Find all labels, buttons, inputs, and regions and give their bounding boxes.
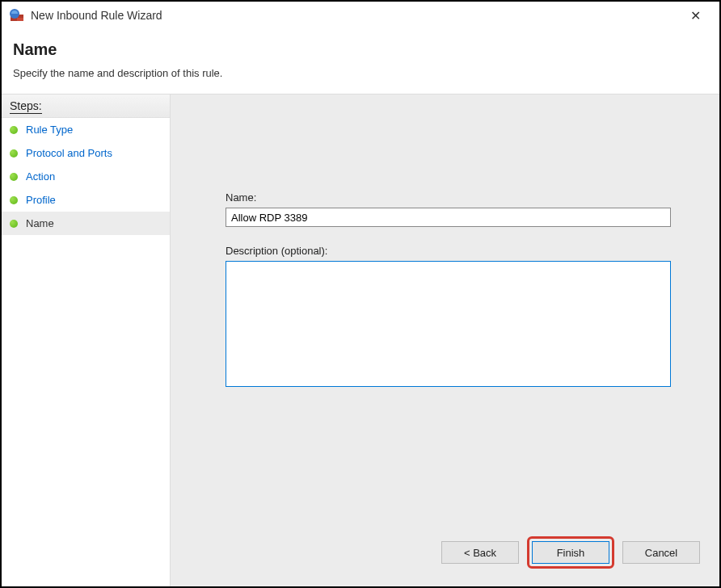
- window-title: New Inbound Rule Wizard: [31, 9, 679, 22]
- titlebar: New Inbound Rule Wizard ✕: [2, 2, 719, 29]
- cancel-button[interactable]: Cancel: [622, 541, 700, 564]
- page-title: Name: [13, 40, 708, 59]
- step-rule-type[interactable]: Rule Type: [2, 118, 170, 141]
- step-label: Name: [26, 217, 54, 229]
- name-input[interactable]: [226, 208, 671, 227]
- svg-rect-2: [17, 18, 23, 21]
- description-input[interactable]: [226, 261, 671, 387]
- firewall-icon: [10, 8, 24, 23]
- name-label: Name:: [226, 191, 671, 204]
- step-action[interactable]: Action: [2, 165, 170, 188]
- page-subtitle: Specify the name and description of this…: [13, 67, 708, 79]
- bullet-icon: [10, 196, 18, 204]
- step-protocol-ports[interactable]: Protocol and Ports: [2, 141, 170, 165]
- step-label: Action: [26, 170, 55, 183]
- finish-button[interactable]: Finish: [532, 541, 609, 564]
- bullet-icon: [10, 173, 18, 181]
- body-section: Steps: Rule Type Protocol and Ports Acti…: [2, 94, 719, 588]
- form-area: Name: Description (optional):: [226, 191, 671, 389]
- finish-highlight: Finish: [527, 536, 614, 569]
- header-section: Name Specify the name and description of…: [2, 29, 719, 94]
- step-name[interactable]: Name: [2, 212, 170, 235]
- close-icon[interactable]: ✕: [679, 8, 711, 23]
- back-button[interactable]: < Back: [441, 541, 519, 564]
- bullet-icon: [10, 220, 18, 228]
- sidebar: Steps: Rule Type Protocol and Ports Acti…: [2, 94, 170, 588]
- step-label: Profile: [26, 194, 56, 206]
- step-label: Protocol and Ports: [26, 147, 112, 159]
- button-row: < Back Finish Cancel: [441, 536, 700, 569]
- bullet-icon: [10, 149, 18, 158]
- description-label: Description (optional):: [226, 245, 671, 257]
- bullet-icon: [10, 126, 18, 134]
- step-label: Rule Type: [26, 124, 73, 136]
- main-panel: Name: Description (optional): < Back Fin…: [170, 94, 719, 588]
- step-profile[interactable]: Profile: [2, 188, 170, 212]
- steps-header: Steps:: [2, 94, 170, 118]
